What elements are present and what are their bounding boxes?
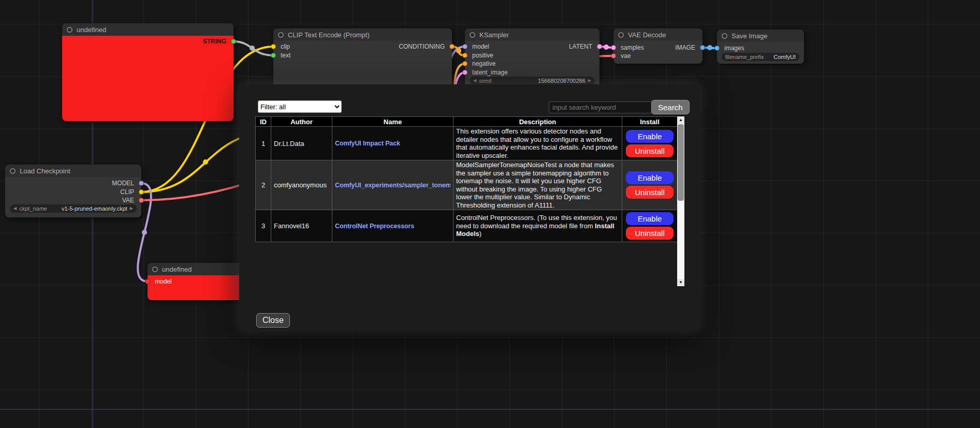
input-slot-vae: vae bbox=[613, 52, 631, 60]
seed-widget[interactable]: ◀ seed 156680208700286 ▶ bbox=[470, 77, 595, 85]
node-save-image[interactable]: Save Image images filename_prefix ComfyU… bbox=[717, 29, 804, 64]
widget-label: seed bbox=[479, 78, 491, 84]
link-dot[interactable] bbox=[203, 159, 208, 165]
string-output-dot[interactable] bbox=[231, 39, 236, 44]
header-install: Install bbox=[622, 117, 678, 127]
clip-input-dot[interactable] bbox=[271, 44, 276, 49]
collapse-dot-icon[interactable] bbox=[152, 267, 158, 272]
header-id: ID bbox=[256, 117, 271, 127]
row-description: ControlNet Preprocessors. (To use this e… bbox=[454, 210, 622, 242]
widget-label: filename_prefix bbox=[725, 54, 764, 60]
node-title-bar[interactable]: undefined bbox=[148, 263, 246, 275]
conditioning-output-dot[interactable] bbox=[449, 44, 455, 49]
extension-table: ID Author Name Description Install 1 Dr.… bbox=[255, 116, 678, 242]
close-button[interactable]: Close bbox=[256, 313, 290, 328]
vae-input-dot[interactable] bbox=[611, 53, 616, 58]
latent-output-dot[interactable] bbox=[597, 44, 602, 49]
input-label: samples bbox=[621, 44, 644, 51]
input-slot-negative: negative bbox=[465, 60, 495, 67]
extension-link[interactable]: ComfyUI_experiments/sampler_tonemap bbox=[335, 182, 450, 189]
input-slot-samples: samples bbox=[613, 44, 644, 51]
table-row: 2 comfyanonymous ComfyUI_experiments/sam… bbox=[256, 160, 678, 210]
collapse-dot-icon[interactable] bbox=[470, 32, 475, 38]
input-slot-text: text bbox=[273, 52, 290, 59]
scroll-down-icon[interactable]: ▼ bbox=[677, 279, 684, 286]
input-slot-model: model bbox=[465, 43, 489, 50]
vae-output-dot[interactable] bbox=[139, 198, 144, 203]
node-title: CLIP Text Encode (Prompt) bbox=[288, 31, 370, 39]
link-dot[interactable] bbox=[142, 230, 147, 235]
input-label: clip bbox=[281, 43, 290, 50]
clip-output-dot[interactable] bbox=[139, 189, 144, 195]
latent-image-input-dot[interactable] bbox=[462, 70, 467, 75]
scrollbar-thumb[interactable] bbox=[678, 124, 684, 201]
positive-input-dot[interactable] bbox=[462, 53, 467, 58]
node-undefined-bottom[interactable]: undefined model bbox=[148, 263, 246, 300]
increment-arrow-icon[interactable]: ▶ bbox=[588, 77, 591, 85]
collapse-dot-icon[interactable] bbox=[67, 27, 72, 33]
node-canvas[interactable]: undefined STRING CLIP Text Encode (Promp… bbox=[0, 0, 980, 428]
node-ksampler[interactable]: KSampler model positive negative latent_… bbox=[465, 28, 599, 91]
node-title-bar[interactable]: VAE Decode bbox=[613, 28, 703, 41]
row-install-cell: Enable Uninstall bbox=[622, 127, 678, 160]
link-dot[interactable] bbox=[604, 45, 609, 50]
scroll-up-icon[interactable]: ▲ bbox=[677, 116, 684, 124]
link-dot[interactable] bbox=[707, 45, 712, 50]
collapse-dot-icon[interactable] bbox=[278, 32, 284, 38]
enable-button[interactable]: Enable bbox=[626, 171, 674, 184]
negative-input-dot[interactable] bbox=[462, 61, 467, 66]
decrement-arrow-icon[interactable]: ◀ bbox=[13, 204, 17, 213]
output-label: LATENT bbox=[569, 43, 592, 50]
uninstall-button[interactable]: Uninstall bbox=[626, 227, 674, 240]
model-input-dot[interactable] bbox=[145, 279, 150, 284]
samples-input-dot[interactable] bbox=[611, 45, 616, 50]
node-title-bar[interactable]: CLIP Text Encode (Prompt) bbox=[273, 28, 452, 41]
node-title-bar[interactable]: Load Checkpoint bbox=[5, 165, 141, 177]
table-row: 3 Fannovel16 ControlNet Preprocessors Co… bbox=[256, 210, 678, 242]
text-input-dot[interactable] bbox=[271, 53, 276, 58]
widget-value: v1-5-pruned-emaonly.ckpt bbox=[50, 205, 127, 212]
filter-select[interactable]: Filter: all bbox=[258, 100, 342, 113]
link-dot[interactable] bbox=[250, 46, 255, 51]
row-author: Dr.Lt.Data bbox=[271, 127, 332, 160]
header-name: Name bbox=[332, 117, 454, 127]
decrement-arrow-icon[interactable]: ◀ bbox=[473, 77, 476, 85]
ckpt-name-widget[interactable]: ◀ ckpt_name v1-5-pruned-emaonly.ckpt ▶ bbox=[10, 204, 137, 213]
uninstall-button[interactable]: Uninstall bbox=[626, 186, 674, 199]
node-title-bar[interactable]: Save Image bbox=[717, 29, 804, 42]
enable-button[interactable]: Enable bbox=[626, 130, 674, 143]
model-output-dot[interactable] bbox=[139, 181, 144, 186]
collapse-dot-icon[interactable] bbox=[722, 33, 727, 39]
row-id: 2 bbox=[256, 160, 271, 210]
filename-prefix-widget[interactable]: filename_prefix ComfyUI bbox=[722, 53, 799, 61]
extension-link[interactable]: ControlNet Preprocessors bbox=[335, 223, 450, 230]
collapse-dot-icon[interactable] bbox=[618, 32, 624, 38]
increment-arrow-icon[interactable]: ▶ bbox=[130, 204, 133, 213]
node-undefined-top[interactable]: undefined STRING bbox=[62, 23, 233, 121]
node-title-bar[interactable]: undefined bbox=[62, 23, 233, 36]
output-label: STRING bbox=[203, 38, 226, 45]
enable-button[interactable]: Enable bbox=[626, 212, 674, 225]
output-slot-model: MODEL bbox=[112, 180, 141, 187]
row-author: Fannovel16 bbox=[271, 210, 332, 242]
node-load-checkpoint[interactable]: Load Checkpoint MODEL CLIP VAE ◀ ckpt_na… bbox=[5, 165, 141, 217]
output-slot-clip: CLIP bbox=[120, 188, 141, 196]
search-button[interactable]: Search bbox=[651, 100, 690, 114]
table-row: 1 Dr.Lt.Data ComfyUI Impact Pack This ex… bbox=[256, 127, 678, 160]
node-vae-decode[interactable]: VAE Decode samples vae IMAGE bbox=[613, 28, 703, 64]
node-title-bar[interactable]: KSampler bbox=[465, 28, 599, 41]
widget-label: ckpt_name bbox=[19, 205, 47, 212]
table-scrollbar[interactable]: ▲ ▼ bbox=[677, 116, 684, 286]
row-author: comfyanonymous bbox=[271, 160, 332, 210]
widget-value: 156680208700286 bbox=[494, 78, 586, 84]
custom-nodes-manager-dialog: Filter: all Search ID Author Name Descri… bbox=[239, 84, 700, 331]
extension-link[interactable]: ComfyUI Impact Pack bbox=[335, 140, 450, 147]
input-label: positive bbox=[472, 52, 493, 59]
search-input[interactable] bbox=[549, 101, 652, 113]
images-input-dot[interactable] bbox=[714, 46, 720, 51]
image-output-dot[interactable] bbox=[700, 45, 705, 50]
model-input-dot[interactable] bbox=[462, 44, 467, 49]
uninstall-button[interactable]: Uninstall bbox=[626, 144, 674, 157]
collapse-dot-icon[interactable] bbox=[10, 168, 16, 174]
link-dot[interactable] bbox=[456, 48, 461, 53]
